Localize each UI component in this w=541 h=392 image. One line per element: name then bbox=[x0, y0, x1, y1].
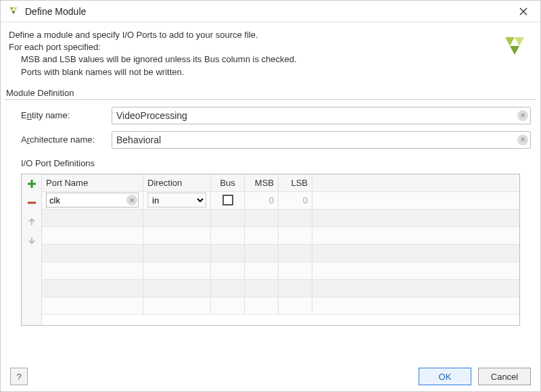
svg-marker-1 bbox=[14, 7, 17, 10]
close-icon bbox=[519, 7, 527, 16]
col-header-bus[interactable]: Bus bbox=[211, 174, 245, 191]
plus-icon bbox=[27, 179, 37, 189]
clear-icon[interactable]: ✕ bbox=[517, 134, 528, 145]
move-up-button[interactable] bbox=[24, 214, 40, 230]
vivado-icon bbox=[7, 5, 20, 18]
ports-toolbar bbox=[22, 174, 42, 325]
clear-icon[interactable]: ✕ bbox=[126, 195, 137, 205]
col-header-spacer bbox=[312, 174, 519, 191]
table-row bbox=[42, 227, 519, 245]
table-row bbox=[42, 280, 519, 297]
vivado-icon bbox=[501, 34, 528, 62]
col-header-msb[interactable]: MSB bbox=[245, 174, 279, 191]
port-lsb-value[interactable]: 0 bbox=[279, 192, 312, 209]
arrow-up-icon bbox=[27, 217, 37, 226]
clear-icon[interactable]: ✕ bbox=[517, 110, 528, 121]
col-header-lsb[interactable]: LSB bbox=[279, 174, 312, 191]
port-direction-select[interactable]: in bbox=[147, 193, 206, 207]
col-header-name[interactable]: Port Name bbox=[42, 174, 143, 191]
remove-port-button[interactable] bbox=[24, 195, 40, 211]
svg-marker-4 bbox=[515, 37, 524, 46]
ports-table-body: ✕ in 0 0 bbox=[42, 192, 519, 325]
ports-section-label: I/O Port Definitions bbox=[1, 155, 540, 171]
architecture-name-input[interactable] bbox=[112, 131, 531, 149]
ports-table-area: Port Name Direction Bus MSB LSB ✕ in bbox=[21, 174, 520, 326]
ok-button[interactable]: OK bbox=[419, 368, 471, 385]
module-definition-form: Entity name: ✕ Architecture name: ✕ bbox=[1, 107, 540, 149]
entity-name-input[interactable] bbox=[112, 107, 531, 124]
ports-table: Port Name Direction Bus MSB LSB ✕ in bbox=[42, 174, 519, 325]
table-row bbox=[42, 245, 519, 262]
add-port-button[interactable] bbox=[24, 176, 40, 192]
instruction-line: Ports with blank names will not be writt… bbox=[9, 66, 532, 78]
close-button[interactable] bbox=[513, 1, 534, 22]
port-name-input[interactable] bbox=[46, 193, 139, 207]
port-msb-value[interactable]: 0 bbox=[245, 192, 279, 209]
svg-marker-2 bbox=[11, 11, 15, 14]
move-down-button[interactable] bbox=[24, 232, 40, 249]
table-row bbox=[42, 262, 519, 280]
svg-marker-5 bbox=[510, 46, 519, 55]
help-button[interactable]: ? bbox=[10, 368, 28, 385]
architecture-name-row: Architecture name: ✕ bbox=[10, 131, 531, 149]
instruction-line: Define a module and specify I/O Ports to… bbox=[9, 30, 258, 40]
port-bus-checkbox[interactable] bbox=[222, 195, 233, 205]
divider bbox=[5, 99, 536, 100]
title-bar: Define Module bbox=[1, 1, 540, 22]
cancel-button[interactable]: Cancel bbox=[478, 368, 531, 385]
instruction-line: For each port specified: bbox=[9, 42, 101, 52]
window-title: Define Module bbox=[25, 6, 86, 17]
minus-icon bbox=[27, 198, 37, 207]
section-title: Module Definition bbox=[1, 84, 540, 99]
dialog-footer: ? OK Cancel bbox=[1, 362, 540, 391]
table-row bbox=[42, 210, 519, 227]
instruction-line: MSB and LSB values will be ignored unles… bbox=[9, 53, 532, 66]
architecture-name-label: Architecture name: bbox=[10, 134, 112, 145]
entity-name-row: Entity name: ✕ bbox=[10, 107, 531, 124]
ports-table-header: Port Name Direction Bus MSB LSB bbox=[42, 174, 519, 192]
instructions-block: Define a module and specify I/O Ports to… bbox=[1, 22, 540, 84]
entity-name-label: Entity name: bbox=[10, 110, 112, 120]
table-row bbox=[42, 297, 519, 315]
svg-marker-0 bbox=[10, 7, 14, 10]
table-row[interactable]: ✕ in 0 0 bbox=[42, 192, 519, 210]
arrow-down-icon bbox=[27, 236, 37, 245]
svg-marker-3 bbox=[505, 37, 515, 46]
col-header-direction[interactable]: Direction bbox=[143, 174, 211, 191]
